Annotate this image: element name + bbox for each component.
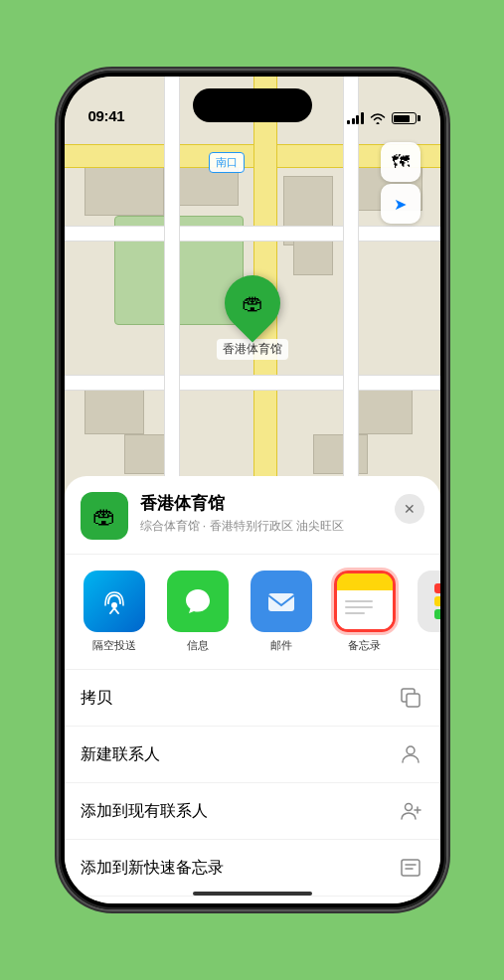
battery-icon [392,112,417,124]
messages-label: 信息 [187,638,209,653]
svg-point-5 [407,746,415,754]
place-subtitle: 综合体育馆 · 香港特别行政区 油尖旺区 [140,518,395,535]
location-icon: ➤ [394,195,407,214]
map-controls: 🗺 ➤ [381,142,420,224]
mail-icon [251,571,312,632]
phone-frame: 09:41 [59,71,446,909]
stadium-marker: 🏟 香港体育馆 [217,275,288,360]
svg-rect-7 [402,860,420,876]
new-contact-label: 新建联系人 [81,744,160,765]
wifi-icon [370,112,386,124]
share-action-notes[interactable]: 备忘录 [331,571,399,653]
map-type-button[interactable]: 🗺 [381,142,420,182]
notes-label: 备忘录 [348,638,381,653]
place-info: 香港体育馆 综合体育馆 · 香港特别行政区 油尖旺区 [140,492,395,535]
home-indicator [193,892,312,896]
bottom-sheet: 🏟 香港体育馆 综合体育馆 · 香港特别行政区 油尖旺区 ✕ [65,476,440,903]
signal-icon [347,112,364,124]
status-icons [347,112,417,124]
copy-icon [397,684,424,712]
map-area[interactable]: 南口 🏟 香港体育馆 🗺 ➤ [65,77,440,534]
airdrop-label: 隔空投送 [92,638,136,653]
share-action-messages[interactable]: 信息 [164,571,232,653]
menu-item-new-contact[interactable]: 新建联系人 [65,727,440,783]
marker-pin: 🏟 [213,263,291,342]
add-contact-label: 添加到现有联系人 [81,801,208,822]
quick-note-label: 添加到新快速备忘录 [81,858,224,879]
mail-label: 邮件 [270,638,292,653]
person-icon [397,740,424,768]
share-actions-row: 隔空投送 信息 [65,555,440,670]
close-button[interactable]: ✕ [395,494,424,524]
share-action-mail[interactable]: 邮件 [248,571,315,653]
menu-item-print[interactable]: 打印 [65,897,440,903]
menu-item-quick-note[interactable]: 添加到新快速备忘录 [65,840,440,897]
map-label: 南口 [209,152,245,173]
share-action-airdrop[interactable]: 隔空投送 [81,571,148,653]
person-add-icon [397,797,424,825]
phone-screen: 09:41 [65,77,440,903]
menu-item-add-contact[interactable]: 添加到现有联系人 [65,783,440,840]
status-time: 09:41 [88,107,125,124]
menu-item-copy[interactable]: 拷贝 [65,670,440,727]
map-type-icon: 🗺 [392,152,410,173]
notes-icon [334,571,396,632]
place-header: 🏟 香港体育馆 综合体育馆 · 香港特别行政区 油尖旺区 ✕ [65,492,440,555]
messages-icon [167,571,229,632]
place-name: 香港体育馆 [140,492,395,515]
menu-list: 拷贝 新建联系人 [65,670,440,903]
place-icon: 🏟 [81,492,128,540]
quick-note-icon [397,854,424,882]
svg-line-2 [114,608,118,613]
location-button[interactable]: ➤ [381,184,420,224]
more-icon [418,571,440,632]
copy-label: 拷贝 [81,688,112,709]
svg-rect-4 [407,694,420,707]
share-action-more[interactable]: 推 [415,571,440,653]
svg-rect-3 [268,593,294,611]
dynamic-island [193,88,312,122]
svg-point-6 [405,804,412,811]
airdrop-icon [84,571,145,632]
